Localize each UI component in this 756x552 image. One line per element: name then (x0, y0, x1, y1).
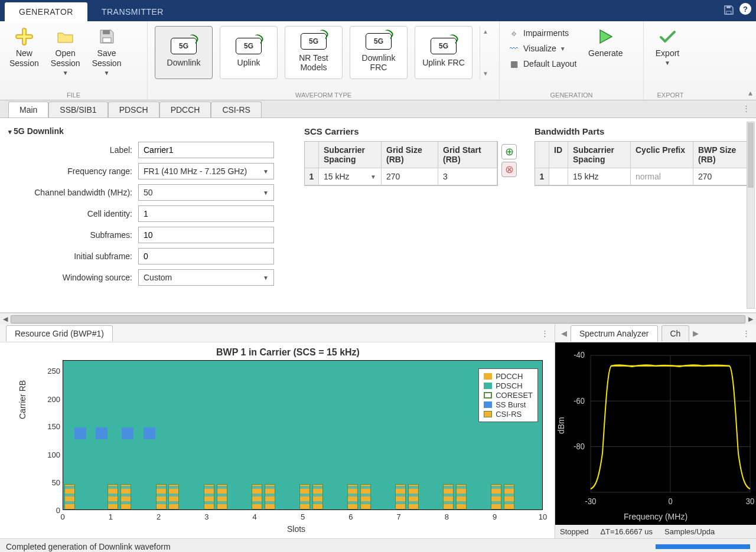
impairments-icon: ⟐ (508, 27, 520, 39)
vscroll[interactable] (747, 122, 755, 309)
bw-label: Channel bandwidth (MHz): (8, 188, 138, 197)
spectrum-pane: ◀ Spectrum Analyzer Ch ▶ ⋮ -40 -60 -80 -… (555, 325, 756, 538)
help-icon[interactable]: ? (739, 3, 751, 15)
ribbon: New Session Open Session▼ Save Session▼ … (0, 21, 756, 100)
disk-icon (99, 27, 115, 46)
spectrum-plot[interactable]: -40 -60 -80 -30 0 30 dBm Frequency (MHz) (555, 342, 756, 525)
spec-tab[interactable]: Spectrum Analyzer (571, 325, 658, 341)
progress-bar (656, 544, 750, 549)
add-row-button[interactable]: ⊕ (501, 144, 517, 159)
wave-up-icon[interactable]: ▲ (483, 28, 488, 35)
rg-plot[interactable]: Carrier RB 050100150200250 (44, 360, 549, 525)
impairments-button[interactable]: ⟐Impairments (508, 27, 576, 39)
svg-text:30: 30 (746, 497, 755, 506)
spec-tab-other[interactable]: Ch (662, 325, 690, 341)
freq-select[interactable]: FR1 (410 MHz - 7.125 GHz)▼ (138, 163, 274, 179)
rg-yaxis: 050100150200250 (44, 360, 63, 510)
5g-icon: 5G (431, 38, 457, 54)
svg-rect-2 (103, 38, 111, 43)
save-session-button[interactable]: Save Session▼ (87, 24, 126, 80)
label-input[interactable] (138, 142, 274, 158)
bw-select[interactable]: 50▼ (138, 184, 274, 201)
spec-xlabel: Frequency (MHz) (555, 512, 756, 521)
sf-input[interactable] (138, 227, 274, 243)
rg-xaxis: 012345678910 (63, 511, 543, 525)
generate-button[interactable]: Generate (582, 24, 628, 62)
spec-ylabel: dBm (556, 417, 566, 434)
rg-title: BWP 1 in Carrier (SCS = 15 kHz) (27, 347, 549, 358)
scs-title: SCS Carriers (304, 126, 498, 136)
rg-legend: PDCCH PDSCH CORESET SS Burst CSI-RS (478, 368, 538, 422)
resource-grid-pane: Resource Grid (BWP#1)⋮ BWP 1 in Carrier … (0, 325, 555, 538)
bwp-spacing-cell[interactable]: 15 kHz (568, 168, 631, 185)
tab-csirs[interactable]: CSI-RS (211, 102, 261, 117)
rg-tab[interactable]: Resource Grid (BWP#1) (6, 325, 113, 341)
collapse-ribbon-icon[interactable]: ▴ (748, 88, 752, 97)
play-icon (597, 27, 614, 46)
svg-text:-80: -80 (573, 442, 585, 451)
export-button[interactable]: Export▼ (649, 24, 686, 70)
scs-start-cell[interactable]: 3 (438, 168, 497, 185)
tab-pdsch[interactable]: PDSCH (108, 102, 159, 117)
delete-row-button[interactable]: ⊗ (501, 162, 517, 177)
wave-group-label: WAVEFORM TYPE (152, 90, 494, 100)
plus-icon (15, 27, 33, 46)
nr-test-models-button[interactable]: 5GNR Test Models (285, 26, 343, 79)
gen-group-label: GENERATION (504, 90, 638, 100)
5g-icon: 5G (366, 33, 392, 50)
tab-pdcch[interactable]: PDCCH (159, 102, 211, 117)
bwp-table: Bandwidth Parts IDSubcarrier SpacingCycl… (535, 126, 748, 306)
tab-main[interactable]: Main (8, 102, 48, 117)
spec-prev-icon[interactable]: ◀ (561, 329, 567, 338)
cell-input[interactable] (138, 205, 274, 222)
spec-status: StoppedΔT=16.6667 usSamples/Upda (555, 525, 756, 538)
bwp-title: Bandwidth Parts (535, 126, 748, 136)
config-tab-bar: Main SSB/SIB1 PDSCH PDCCH CSI-RS ⋮ (0, 100, 756, 118)
tab-generator[interactable]: GENERATOR (5, 2, 87, 21)
win-label: Windowing source: (8, 273, 138, 282)
open-session-button[interactable]: Open Session▼ (46, 24, 85, 80)
wave-down-icon[interactable]: ▼ (483, 70, 488, 77)
isf-label: Initial subframe: (8, 251, 138, 261)
freq-label: Frequency range: (8, 166, 138, 176)
downlink-button[interactable]: 5GDownlink (155, 26, 213, 79)
5g-icon: 5G (171, 38, 197, 54)
scs-size-cell[interactable]: 270 (382, 168, 438, 185)
bwp-id-cell[interactable] (549, 168, 568, 185)
hscroll[interactable]: ◀▶ (0, 313, 756, 325)
svg-rect-1 (726, 6, 731, 8)
rg-ylabel: Carrier RB (18, 380, 27, 419)
downlink-frc-button[interactable]: 5GDownlink FRC (350, 26, 408, 79)
svg-rect-3 (103, 30, 110, 34)
sf-label: Subframes: (8, 230, 138, 240)
status-text: Completed generation of Downlink wavefor… (6, 542, 171, 551)
folder-icon (56, 27, 75, 46)
scs-spacing-cell[interactable]: 15 kHz▼ (319, 168, 382, 185)
uplink-button[interactable]: 5GUplink (220, 26, 278, 79)
uplink-frc-button[interactable]: 5GUplink FRC (415, 26, 472, 79)
cell-label: Cell identity: (8, 209, 138, 218)
app-tab-bar: GENERATOR TRANSMITTER ? (0, 0, 756, 21)
isf-input[interactable] (138, 248, 274, 264)
tab-transmitter[interactable]: TRANSMITTER (87, 2, 178, 21)
new-session-button[interactable]: New Session (5, 24, 44, 72)
bwp-size-cell[interactable]: 270 (693, 168, 748, 185)
status-bar: Completed generation of Downlink wavefor… (0, 538, 756, 552)
tab-ssb[interactable]: SSB/SIB1 (48, 102, 107, 117)
file-group-label: FILE (5, 90, 142, 100)
5g-icon: 5G (301, 33, 327, 50)
tab-menu-icon[interactable]: ⋮ (742, 104, 750, 113)
svg-text:-60: -60 (573, 396, 585, 406)
save-icon[interactable] (722, 3, 736, 17)
section-title[interactable]: 5G Downlink (8, 126, 290, 136)
rg-menu-icon[interactable]: ⋮ (541, 329, 549, 338)
win-select[interactable]: Custom▼ (138, 269, 274, 286)
rg-xlabel: Slots (44, 524, 549, 534)
visualize-icon: 〰 (508, 43, 520, 54)
bwp-prefix-cell[interactable]: normal (631, 168, 693, 185)
5g-icon: 5G (236, 38, 262, 54)
spec-next-icon[interactable]: ▶ (693, 329, 699, 338)
default-layout-button[interactable]: ▦Default Layout (508, 58, 576, 70)
spec-menu-icon[interactable]: ⋮ (742, 329, 750, 338)
visualize-button[interactable]: 〰Visualize▼ (508, 43, 576, 54)
